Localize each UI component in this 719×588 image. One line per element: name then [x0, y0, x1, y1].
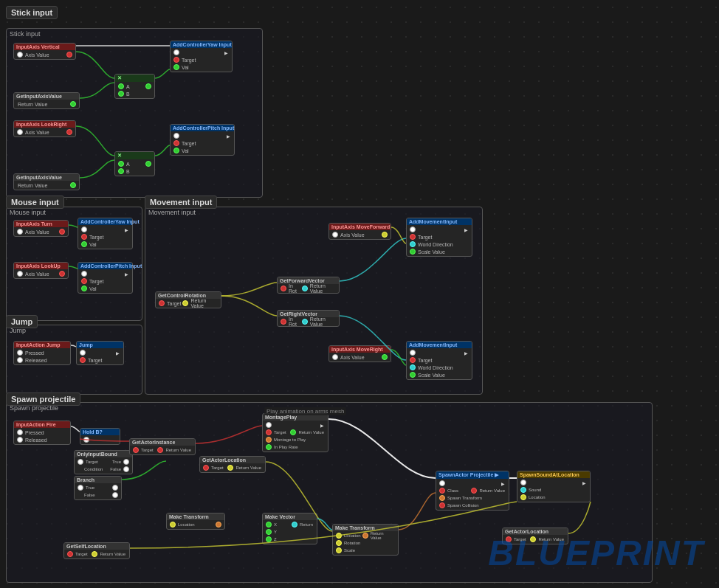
node-get-input-axis-top[interactable]: GetInputAxisValue Return Value: [13, 92, 80, 109]
node-add-controller-pitch[interactable]: AddControllerPitch Input ▶ Target Val: [170, 124, 235, 156]
node-get-actor-instance[interactable]: GetActorInstance TargetReturn Value: [129, 438, 196, 455]
movement-input-label: Movement input: [145, 196, 217, 209]
node-inputaxis-moveforward[interactable]: InputAxis MoveForward Axis Value: [328, 223, 391, 240]
jump-label: Jump: [6, 315, 38, 328]
node-make-vector[interactable]: Make Vector XReturn Y Z: [262, 513, 317, 544]
mouse-input-label: Mouse input: [6, 196, 64, 209]
play-animation-label: Play animation on arms mesh: [264, 407, 346, 415]
node-branch[interactable]: Branch True False: [74, 476, 122, 500]
node-inputaxis-lookright[interactable]: InputAxis LookRight Axis Value: [13, 120, 76, 137]
node-inputaxis-lookup[interactable]: InputAxis LookUp Axis Value: [13, 262, 69, 279]
spawn-projectile-label: Spawn projectile: [6, 392, 80, 406]
node-multiply-bottom[interactable]: ✕ A B: [114, 151, 155, 176]
node-add-controller-yaw[interactable]: AddControllerYaw Input ▶ Target Val: [170, 41, 233, 72]
node-only-input-bound[interactable]: OnlyInputBound TargetTrue ConditionFalse: [74, 450, 133, 474]
blueprint-watermark: BLUEPRINT: [488, 533, 704, 573]
stick-input-panel-title: Stick input: [7, 29, 262, 39]
node-jump[interactable]: Jump ▶ Target: [76, 341, 124, 365]
node-spawn-actor[interactable]: SpawnActor Projectile ▶ ▶ ClassReturn Va…: [436, 471, 509, 511]
node-input-jump[interactable]: InputAction Jump Pressed Released: [13, 341, 71, 365]
stick-input-label: Stick input: [6, 6, 58, 19]
node-add-movement-bottom[interactable]: AddMovementInput ▶ Target World Directio…: [406, 341, 472, 380]
node-add-movement-top[interactable]: AddMovementInput ▶ Target World Directio…: [406, 218, 472, 257]
node-multiply-top[interactable]: ✕ A B: [114, 74, 155, 99]
node-get-input-axis-bottom[interactable]: GetInputAxisValue Return Value: [13, 173, 80, 190]
node-hold-b[interactable]: Hold B?: [80, 428, 120, 445]
node-spawn-sound[interactable]: SpawnSoundAtLocation ▶ Sound Location: [517, 471, 591, 502]
node-inputaxis-vertical[interactable]: InputAxis Vertical Axis Value: [13, 43, 76, 60]
node-get-control-rotation[interactable]: GetControlRotation TargetReturn Value: [155, 291, 221, 308]
mouse-input-panel-title: Mouse input: [7, 207, 142, 218]
node-get-actor-location[interactable]: GetActorLocation TargetReturn Value: [199, 456, 266, 473]
node-get-self-location[interactable]: GetSelfLocation TargetReturn Value: [63, 542, 130, 559]
node-input-fire[interactable]: InputAction Fire Pressed Released: [13, 421, 71, 445]
node-get-forward-vector[interactable]: GetForwardVector In RotReturn Value: [277, 277, 340, 294]
node-add-ctrl-yaw-mouse[interactable]: AddControllerYaw Input ▶ Target Val: [78, 218, 133, 249]
movement-input-panel-title: Movement input: [145, 207, 482, 218]
node-add-make-transform[interactable]: Make Transform Location: [166, 513, 225, 530]
node-montage-play[interactable]: MontagePlay ▶ TargetReturn Value Montage…: [262, 413, 328, 452]
node-make-transform[interactable]: Make Transform LocationReturn Value Rota…: [332, 524, 399, 556]
node-add-ctrl-pitch-mouse[interactable]: AddControllerPitch Input ▶ Target Val: [78, 262, 133, 294]
node-inputaxis-turn[interactable]: InputAxis Turn Axis Value: [13, 220, 69, 237]
node-inputaxis-moveright[interactable]: InputAxis MoveRight Axis Value: [328, 345, 391, 362]
node-get-right-vector[interactable]: GetRightVector In RotReturn Value: [277, 310, 340, 327]
